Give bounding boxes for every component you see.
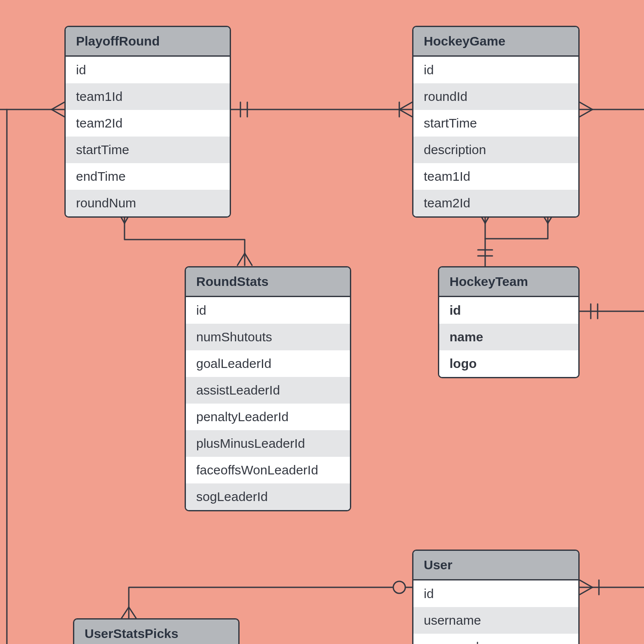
- entity-title: HockeyTeam: [439, 267, 578, 297]
- svg-line-25: [580, 587, 592, 595]
- field: password: [413, 634, 578, 644]
- field: name: [439, 324, 578, 350]
- field: username: [413, 607, 578, 634]
- field: goalLeaderId: [186, 350, 350, 377]
- field: id: [413, 580, 578, 607]
- field: plusMinusLeaderId: [186, 430, 350, 457]
- svg-line-7: [237, 253, 245, 265]
- svg-line-18: [580, 109, 592, 117]
- svg-line-23: [129, 607, 136, 618]
- field: faceoffsWonLeaderId: [186, 457, 350, 483]
- field: roundId: [413, 83, 578, 110]
- entity-roundstats: RoundStats id numShutouts goalLeaderId a…: [185, 266, 351, 511]
- field: startTime: [413, 110, 578, 137]
- entity-hockeygame: HockeyGame id roundId startTime descript…: [412, 26, 580, 218]
- svg-line-16: [52, 109, 64, 117]
- field: id: [439, 297, 578, 324]
- field: description: [413, 137, 578, 163]
- svg-line-8: [245, 253, 252, 265]
- svg-line-3: [399, 109, 412, 117]
- svg-line-24: [580, 580, 592, 587]
- field: id: [186, 297, 350, 324]
- entity-fields: id team1Id team2Id startTime endTime rou…: [66, 57, 230, 216]
- entity-fields: id username password: [413, 580, 578, 644]
- field: endTime: [66, 163, 230, 190]
- rel-playoffround-roundstats: [125, 210, 245, 265]
- field: startTime: [66, 137, 230, 163]
- er-diagram-canvas: PlayoffRound id team1Id team2Id startTim…: [0, 0, 644, 644]
- entity-title: PlayoffRound: [66, 27, 230, 57]
- field: team1Id: [413, 163, 578, 190]
- entity-user: User id username password: [412, 550, 580, 644]
- field: id: [66, 57, 230, 83]
- entity-title: HockeyGame: [413, 27, 578, 57]
- field: numShutouts: [186, 324, 350, 350]
- svg-line-15: [52, 102, 64, 109]
- field: assistLeaderId: [186, 377, 350, 404]
- entity-title: User: [413, 551, 578, 580]
- entity-title: RoundStats: [186, 267, 350, 297]
- field: team2Id: [413, 190, 578, 216]
- rel-user-userstatspicks: [129, 587, 412, 618]
- field: roundNum: [66, 190, 230, 216]
- field: id: [413, 57, 578, 83]
- field: sogLeaderId: [186, 483, 350, 510]
- entity-title: UserStatsPicks: [74, 620, 238, 644]
- entity-fields: id roundId startTime description team1Id…: [413, 57, 578, 216]
- field: team1Id: [66, 83, 230, 110]
- svg-line-17: [580, 102, 592, 109]
- field: logo: [439, 350, 578, 377]
- field: team2Id: [66, 110, 230, 137]
- field: penaltyLeaderId: [186, 404, 350, 430]
- entity-fields: id name logo: [439, 297, 578, 377]
- entity-fields: id numShutouts goalLeaderId assistLeader…: [186, 297, 350, 510]
- entity-userstatspicks: UserStatsPicks: [73, 618, 240, 644]
- svg-line-22: [122, 607, 129, 618]
- entity-hockeyteam: HockeyTeam id name logo: [438, 266, 580, 378]
- svg-point-21: [393, 581, 405, 593]
- svg-line-2: [399, 102, 412, 109]
- entity-playoffround: PlayoffRound id team1Id team2Id startTim…: [64, 26, 231, 218]
